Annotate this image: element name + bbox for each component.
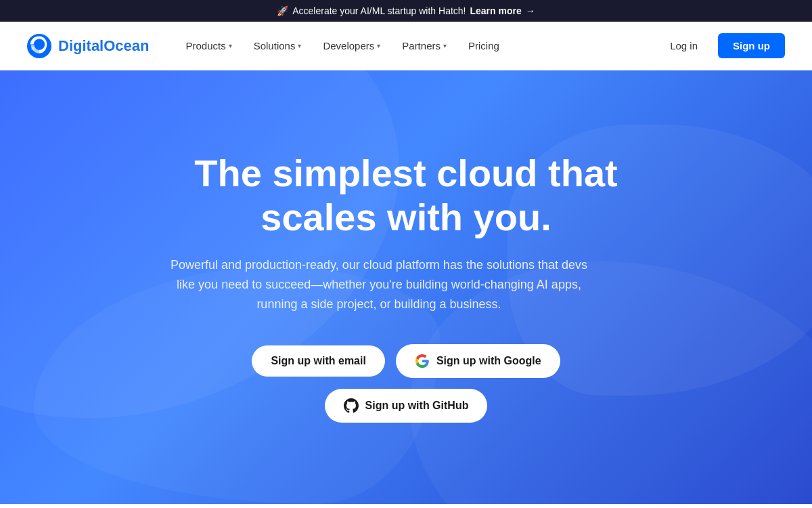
navbar: DigitalOcean Products ▾ Solutions ▾ Deve… — [0, 22, 812, 70]
products-chevron: ▾ — [229, 42, 232, 49]
developers-chevron: ▾ — [377, 42, 380, 49]
google-icon — [415, 354, 430, 368]
hero-subtitle: Powerful and production-ready, our cloud… — [169, 255, 589, 314]
banner-link[interactable]: Learn more — [470, 5, 522, 16]
nav-actions: Log in Sign up — [660, 33, 785, 58]
signup-button[interactable]: Sign up — [718, 33, 785, 58]
signup-google-button[interactable]: Sign up with Google — [396, 344, 560, 378]
logo-link[interactable]: DigitalOcean — [27, 34, 149, 58]
github-icon — [344, 398, 359, 413]
hero-title: The simplest cloud that scales with you. — [169, 152, 643, 239]
partners-chevron: ▾ — [443, 42, 447, 49]
signup-email-button[interactable]: Sign up with email — [252, 345, 384, 377]
nav-links: Products ▾ Solutions ▾ Developers ▾ Part… — [176, 35, 660, 57]
top-banner: 🚀 Accelerate your AI/ML startup with Hat… — [0, 0, 812, 22]
hero-content: The simplest cloud that scales with you.… — [169, 152, 643, 422]
banner-rocket: 🚀 — [277, 5, 288, 16]
nav-developers[interactable]: Developers ▾ — [313, 35, 390, 57]
logo-text: DigitalOcean — [58, 37, 149, 55]
login-button[interactable]: Log in — [660, 35, 707, 57]
logo-icon — [27, 34, 51, 58]
nav-solutions[interactable]: Solutions ▾ — [244, 35, 311, 57]
nav-products[interactable]: Products ▾ — [176, 35, 241, 57]
signup-github-button[interactable]: Sign up with GitHub — [325, 389, 488, 423]
solutions-chevron: ▾ — [298, 42, 301, 49]
banner-text: Accelerate your AI/ML startup with Hatch… — [292, 5, 466, 16]
nav-partners[interactable]: Partners ▾ — [392, 35, 456, 57]
hero-section: The simplest cloud that scales with you.… — [0, 70, 812, 504]
hero-buttons: Sign up with email Sign up with Google S… — [169, 344, 643, 423]
banner-arrow: → — [526, 5, 535, 16]
nav-pricing[interactable]: Pricing — [459, 35, 509, 57]
